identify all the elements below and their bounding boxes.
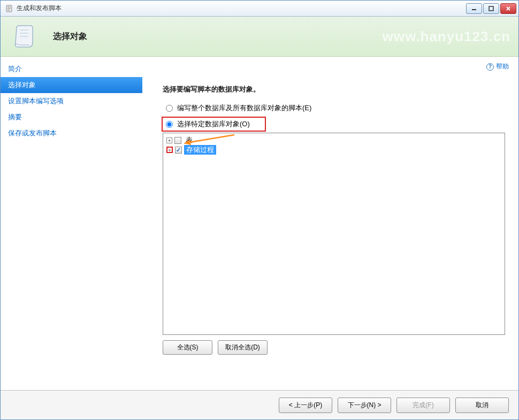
select-all-button[interactable]: 全选(S) [163, 340, 212, 355]
tree-label-tables[interactable]: 表 [184, 135, 195, 145]
radio-script-specific-input[interactable] [166, 121, 173, 128]
help-icon: ? [486, 63, 494, 71]
next-button[interactable]: 下一步(N) > [338, 398, 391, 413]
watermark: www.hanyu123.cn [383, 28, 510, 45]
radio-script-all-input[interactable] [166, 105, 173, 112]
app-icon [5, 4, 13, 13]
checkbox-tables[interactable] [174, 137, 181, 144]
sidebar-item-options[interactable]: 设置脚本编写选项 [1, 93, 142, 109]
radio-script-specific-label: 选择特定数据库对象(O) [177, 119, 250, 129]
page-title: 选择对象 [53, 31, 87, 42]
script-icon [11, 24, 37, 49]
wizard-body: 简介 选择对象 设置脚本编写选项 摘要 保存或发布脚本 ? 帮助 选择要编写脚本… [1, 57, 518, 390]
selection-buttons: 全选(S) 取消全选(D) [163, 340, 509, 355]
tree-label-procs[interactable]: 存储过程 [184, 145, 216, 155]
checkbox-procs[interactable] [175, 147, 182, 154]
help-label: 帮助 [496, 62, 509, 71]
sidebar-item-intro[interactable]: 简介 [1, 61, 142, 77]
radio-script-all[interactable]: 编写整个数据库及所有数据库对象的脚本(E) [163, 102, 509, 114]
close-button[interactable] [500, 3, 516, 14]
radio-script-all-label: 编写整个数据库及所有数据库对象的脚本(E) [177, 103, 311, 113]
tree-row-tables[interactable]: + 表 [166, 135, 501, 145]
maximize-button[interactable] [483, 3, 499, 14]
radio-script-specific[interactable]: 选择特定数据库对象(O) [162, 117, 266, 132]
wizard-main: ? 帮助 选择要编写脚本的数据库对象。 编写整个数据库及所有数据库对象的脚本(E… [142, 57, 518, 390]
tree-row-procs[interactable]: + 存储过程 [166, 145, 501, 155]
prev-button[interactable]: < 上一步(P) [279, 398, 332, 413]
cancel-button[interactable]: 取消 [455, 398, 509, 413]
window-title: 生成和发布脚本 [17, 4, 466, 13]
minimize-button[interactable] [466, 3, 482, 14]
object-tree[interactable]: + 表 + 存储过程 [163, 133, 505, 335]
sidebar-item-save-publish[interactable]: 保存或发布脚本 [1, 125, 142, 141]
titlebar: 生成和发布脚本 [1, 1, 518, 17]
help-link[interactable]: ? 帮助 [486, 62, 509, 71]
sidebar-item-select-objects[interactable]: 选择对象 [1, 77, 142, 93]
deselect-all-button[interactable]: 取消全选(D) [218, 340, 268, 355]
sidebar-item-summary[interactable]: 摘要 [1, 109, 142, 125]
finish-button: 完成(F) [396, 398, 450, 413]
expander-icon[interactable]: + [166, 147, 173, 153]
window-controls [466, 3, 516, 14]
expander-icon[interactable]: + [166, 138, 172, 143]
wizard-header: 选择对象 www.hanyu123.cn [1, 17, 518, 57]
wizard-steps-sidebar: 简介 选择对象 设置脚本编写选项 摘要 保存或发布脚本 [1, 57, 142, 390]
radio-group: 编写整个数据库及所有数据库对象的脚本(E) 选择特定数据库对象(O) [163, 102, 509, 132]
svg-rect-2 [489, 6, 493, 11]
wizard-footer: < 上一步(P) 下一步(N) > 完成(F) 取消 [1, 390, 518, 419]
prompt-text: 选择要编写脚本的数据库对象。 [163, 85, 509, 94]
